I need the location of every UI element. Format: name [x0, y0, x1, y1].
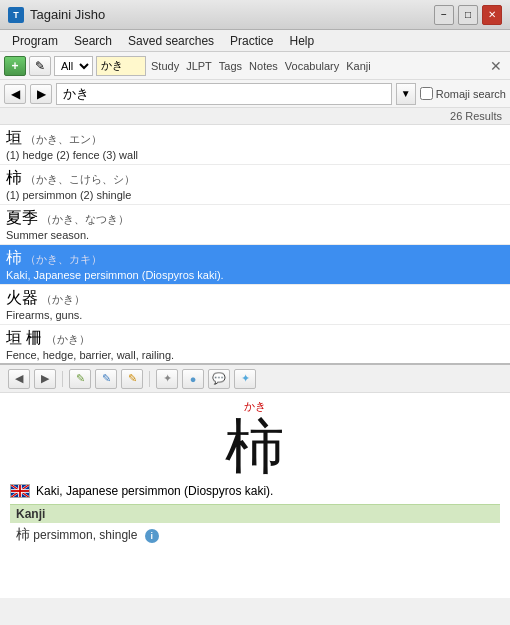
- result-reading: （かき、カキ）: [25, 253, 102, 265]
- search-dropdown-btn[interactable]: ▼: [396, 83, 416, 105]
- detail-meaning-text: Kaki, Japanese persimmon (Diospyros kaki…: [36, 484, 273, 498]
- menu-item-saved-searches[interactable]: Saved searches: [120, 32, 222, 50]
- romaji-label: Romaji search: [436, 88, 506, 100]
- add-button[interactable]: +: [4, 56, 26, 76]
- results-header: 26 Results: [0, 108, 510, 125]
- app-title: Tagaini Jisho: [30, 7, 105, 22]
- table-row[interactable]: 柿 （かき、カキ） Kaki, Japanese persimmon (Dios…: [0, 245, 510, 285]
- menu-item-program[interactable]: Program: [4, 32, 66, 50]
- detail-pane[interactable]: かき 柿 Kaki, Japanese persimmon (Diospyros…: [0, 393, 510, 598]
- result-meaning: (1) hedge (2) fence (3) wall: [6, 149, 504, 161]
- result-header-line: 柿 （かき、こけら、シ）: [6, 168, 504, 189]
- table-row[interactable]: 夏季 （かき、なつき） Summer season.: [0, 205, 510, 245]
- separator: [62, 371, 63, 387]
- menu-bar: Program Search Saved searches Practice H…: [0, 30, 510, 52]
- toolbar-search-input[interactable]: [96, 56, 146, 76]
- result-meaning: (1) persimmon (2) shingle: [6, 189, 504, 201]
- result-meaning: Firearms, guns.: [6, 309, 504, 321]
- result-header-line: 柿 （かき、カキ）: [6, 248, 504, 269]
- menu-item-search[interactable]: Search: [66, 32, 120, 50]
- table-row[interactable]: 火器 （かき） Firearms, guns.: [0, 285, 510, 325]
- toolbar-notes-btn[interactable]: Notes: [247, 60, 280, 72]
- result-kanji: 柿: [6, 249, 22, 266]
- detail-furigana: かき: [10, 399, 500, 414]
- table-row[interactable]: 柿 （かき、こけら、シ） (1) persimmon (2) shingle: [0, 165, 510, 205]
- menu-item-practice[interactable]: Practice: [222, 32, 281, 50]
- detail-flag-line: Kaki, Japanese persimmon (Diospyros kaki…: [10, 484, 500, 498]
- svg-rect-8: [11, 490, 29, 492]
- result-header-line: 垣 （かき、エン）: [6, 128, 504, 149]
- detail-kanji-large: 柿: [10, 414, 500, 480]
- romaji-check: Romaji search: [420, 87, 506, 100]
- detail-star-btn[interactable]: ✦: [156, 369, 178, 389]
- toolbar-jlpt-btn[interactable]: JLPT: [184, 60, 214, 72]
- title-bar-left: T Tagaini Jisho: [8, 7, 105, 23]
- toolbar-study-btn[interactable]: Study: [149, 60, 181, 72]
- restore-button[interactable]: □: [458, 5, 478, 25]
- result-reading: （かき、なつき）: [41, 213, 129, 225]
- info-icon[interactable]: i: [145, 529, 159, 543]
- detail-forward-btn[interactable]: ▶: [34, 369, 56, 389]
- result-header-line: 夏季 （かき、なつき）: [6, 208, 504, 229]
- detail-section-kanji: Kanji: [10, 504, 500, 523]
- detail-kanji-line: 柿 persimmon, shingle i: [10, 523, 500, 547]
- detail-kanji-char: 柿: [16, 526, 30, 542]
- detail-kanji-meaning: persimmon, shingle: [33, 528, 137, 542]
- result-meaning: Kaki, Japanese persimmon (Diospyros kaki…: [6, 269, 504, 281]
- title-bar-controls: − □ ✕: [434, 5, 502, 25]
- uk-flag-icon: [10, 484, 30, 498]
- separator: [149, 371, 150, 387]
- detail-cross-btn[interactable]: ✦: [234, 369, 256, 389]
- result-reading: （かき、こけら、シ）: [25, 173, 135, 185]
- detail-chat-btn[interactable]: 💬: [208, 369, 230, 389]
- detail-content: かき 柿 Kaki, Japanese persimmon (Diospyros…: [0, 393, 510, 553]
- toolbar-close-btn[interactable]: ✕: [486, 58, 506, 74]
- result-reading: （かき）: [41, 293, 85, 305]
- detail-toolbar: ◀ ▶ ✎ ✎ ✎ ✦ ● 💬 ✦: [0, 365, 510, 393]
- detail-edit-btn3[interactable]: ✎: [121, 369, 143, 389]
- app-icon: T: [8, 7, 24, 23]
- minimize-button[interactable]: −: [434, 5, 454, 25]
- toolbar: + ✎ All Study JLPT Tags Notes Vocabulary…: [0, 52, 510, 80]
- result-kanji: 夏季: [6, 209, 38, 226]
- search-back-btn[interactable]: ◀: [4, 84, 26, 104]
- filter-select[interactable]: All: [54, 56, 93, 76]
- detail-circle-btn[interactable]: ●: [182, 369, 204, 389]
- result-kanji: 垣: [6, 129, 22, 146]
- table-row[interactable]: 垣 柵 （かき） Fence, hedge, barrier, wall, ra…: [0, 325, 510, 365]
- toolbar-tags-btn[interactable]: Tags: [217, 60, 244, 72]
- result-kanji: 垣 柵: [6, 329, 42, 346]
- result-reading: （かき）: [46, 333, 90, 345]
- close-button[interactable]: ✕: [482, 5, 502, 25]
- result-kanji: 火器: [6, 289, 38, 306]
- results-count: 26 Results: [450, 110, 502, 122]
- menu-item-help[interactable]: Help: [281, 32, 322, 50]
- result-kanji: 柿: [6, 169, 22, 186]
- toolbar-kanji-btn[interactable]: Kanji: [344, 60, 372, 72]
- title-bar: T Tagaini Jisho − □ ✕: [0, 0, 510, 30]
- detail-edit-btn1[interactable]: ✎: [69, 369, 91, 389]
- detail-back-btn[interactable]: ◀: [8, 369, 30, 389]
- results-pane[interactable]: 垣 （かき、エン） (1) hedge (2) fence (3) wall 柿…: [0, 125, 510, 365]
- toolbar-vocabulary-btn[interactable]: Vocabulary: [283, 60, 341, 72]
- detail-edit-btn2[interactable]: ✎: [95, 369, 117, 389]
- search-input[interactable]: [56, 83, 392, 105]
- result-header-line: 火器 （かき）: [6, 288, 504, 309]
- pencil-button[interactable]: ✎: [29, 56, 51, 76]
- romaji-checkbox[interactable]: [420, 87, 433, 100]
- table-row[interactable]: 垣 （かき、エン） (1) hedge (2) fence (3) wall: [0, 125, 510, 165]
- search-forward-btn[interactable]: ▶: [30, 84, 52, 104]
- result-reading: （かき、エン）: [25, 133, 102, 145]
- result-meaning: Fence, hedge, barrier, wall, railing.: [6, 349, 504, 361]
- search-bar: ◀ ▶ ▼ Romaji search: [0, 80, 510, 108]
- result-header-line: 垣 柵 （かき）: [6, 328, 504, 349]
- result-meaning: Summer season.: [6, 229, 504, 241]
